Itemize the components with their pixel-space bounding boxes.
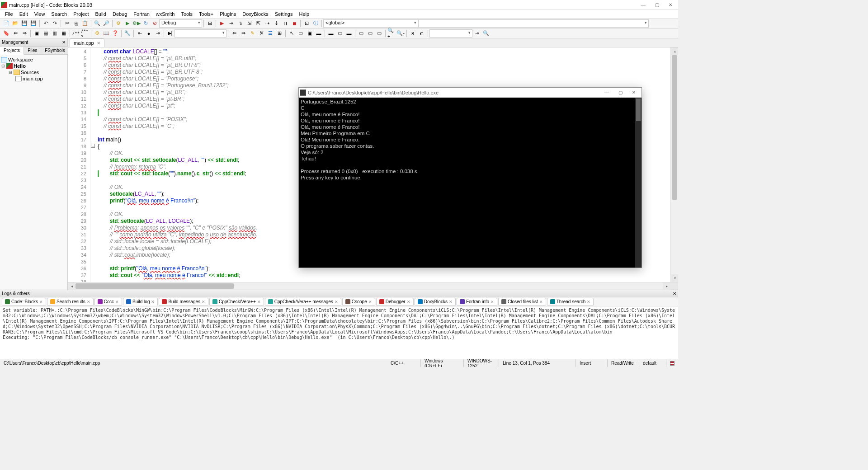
abort-icon[interactable]: ⊘	[151, 19, 159, 28]
jump-back-icon[interactable]: ⇤	[136, 29, 144, 38]
new-file-icon[interactable]: 📄	[2, 19, 10, 28]
editor-scrollbar-horizontal[interactable]: ◂ ▸	[68, 282, 678, 290]
source-S-icon[interactable]: S	[409, 29, 417, 38]
editor-scrollbar-vertical[interactable]: ▴ ▾	[670, 47, 678, 282]
fold-column[interactable]: -	[90, 47, 96, 282]
log-tab-build-log[interactable]: Build log✕	[123, 298, 158, 306]
console-minimize-button[interactable]: —	[600, 89, 613, 97]
debug-windows-icon[interactable]: ⊡	[302, 19, 311, 28]
rebuild-icon[interactable]: ↻	[142, 19, 150, 28]
log-tab-close-icon[interactable]: ✕	[39, 300, 43, 304]
sel-line-icon[interactable]: ▬	[315, 29, 323, 38]
menu-doxyblocks[interactable]: DoxyBlocks	[239, 10, 271, 18]
doxy-config-icon[interactable]: 🔧	[123, 29, 132, 38]
log-tab-fortran-info[interactable]: Fortran info✕	[457, 298, 497, 306]
menu-project[interactable]: Project	[70, 10, 92, 18]
log-tab-close-icon[interactable]: ✕	[202, 300, 205, 304]
hl-prev-icon[interactable]: ⇐	[230, 29, 238, 38]
jump-here-icon[interactable]: ●	[145, 29, 153, 38]
debug-run-icon[interactable]: ▶	[218, 19, 226, 28]
build-target-combo[interactable]: Debug	[159, 19, 202, 28]
menu-tools+[interactable]: Tools+	[196, 10, 217, 18]
mgmt-tab-files[interactable]: Files	[24, 47, 41, 54]
hl-options-icon[interactable]: ⊞	[275, 29, 283, 38]
next-instr-icon[interactable]: ⇢	[263, 19, 271, 28]
log-tab-close-icon[interactable]: ✕	[491, 300, 494, 304]
console-close-button[interactable]: ✕	[627, 89, 641, 97]
fortran-help-icon[interactable]: 🔍	[482, 29, 490, 38]
log-tab-close-icon[interactable]: ✕	[151, 300, 155, 304]
inc-search-combo[interactable]	[175, 29, 226, 38]
copy-icon[interactable]: ⎘	[72, 19, 80, 28]
log-tab-cccc[interactable]: Cccc✕	[94, 298, 122, 306]
menu-file[interactable]: File	[2, 10, 16, 18]
log-tab-close-icon[interactable]: ✕	[115, 300, 119, 304]
log-tab-close-icon[interactable]: ✕	[407, 300, 410, 304]
find-icon[interactable]: 🔍	[93, 19, 101, 28]
tree-workspace[interactable]: Workspace	[1, 56, 66, 63]
mgmt-tab-projects[interactable]: Projects	[0, 47, 24, 55]
log-tab-debugger[interactable]: Debugger✕	[376, 298, 414, 306]
next-line-icon[interactable]: ↴	[236, 19, 244, 28]
log-tab-thread-search[interactable]: Thread search✕	[547, 298, 594, 306]
source-C-icon[interactable]: C	[418, 29, 426, 38]
log-tab-closed-files-list[interactable]: Closed files list✕	[498, 298, 546, 306]
hl-settings-icon[interactable]: ☰	[266, 29, 274, 38]
logs-close-icon[interactable]: ✕	[673, 291, 676, 296]
undo-icon[interactable]: ↶	[42, 19, 50, 28]
sel-toggle-icon[interactable]: ▣	[306, 29, 314, 38]
script-icon-2[interactable]: ▤	[42, 29, 50, 38]
log-tab-close-icon[interactable]: ✕	[368, 300, 372, 304]
step-into-icon[interactable]: ⇲	[245, 19, 253, 28]
menu-tools[interactable]: Tools	[178, 10, 196, 18]
symbol-combo[interactable]	[418, 19, 649, 28]
doxy-run-icon[interactable]: ⚙	[93, 29, 101, 38]
run-to-cursor-icon[interactable]: ⇥	[227, 19, 235, 28]
menu-help[interactable]: Help	[296, 10, 312, 18]
fmt-2-icon[interactable]: ▭	[336, 29, 344, 38]
console-scrollbar[interactable]	[635, 98, 642, 268]
menu-settings[interactable]: Settings	[272, 10, 296, 18]
lang-flag-icon[interactable]	[670, 361, 675, 366]
log-tab-cppcheck-vera-[interactable]: CppCheck/Vera++✕	[209, 298, 264, 306]
management-close-icon[interactable]: ✕	[62, 40, 66, 45]
editor-tab-main[interactable]: main.cpp ✕	[70, 38, 104, 47]
build-icon[interactable]: ⚙	[114, 19, 123, 28]
redo-icon[interactable]: ↷	[51, 19, 59, 28]
run-icon[interactable]: ▶	[123, 19, 132, 28]
next-bookmark-icon[interactable]: ⇒	[20, 29, 28, 38]
break-icon[interactable]: ⏸	[281, 19, 289, 28]
prev-bookmark-icon[interactable]: ⇐	[11, 29, 19, 38]
log-tab-doxyblocks[interactable]: DoxyBlocks✕	[415, 298, 456, 306]
window-maximize-button[interactable]: ▢	[650, 1, 664, 9]
project-tree[interactable]: Workspace ⊟ Hello ⊟ Sources main.cpp	[0, 55, 67, 84]
doxy-html-icon[interactable]: 📖	[102, 29, 110, 38]
window-minimize-button[interactable]: —	[637, 1, 650, 9]
menu-build[interactable]: Build	[92, 10, 109, 18]
menu-view[interactable]: View	[31, 10, 48, 18]
jump-fwd-icon[interactable]: ⇥	[154, 29, 162, 38]
sel-block-icon[interactable]: ▭	[297, 29, 305, 38]
log-tab-close-icon[interactable]: ✕	[87, 300, 90, 304]
fortran-jump-icon[interactable]: ⇥	[473, 29, 481, 38]
log-tab-close-icon[interactable]: ✕	[257, 300, 261, 304]
paste-icon[interactable]: 📋	[81, 19, 89, 28]
log-tab-code-blocks[interactable]: Code::Blocks✕	[2, 298, 46, 306]
console-output[interactable]: Portuguese_Brazil.1252 C Olá, meu nome é…	[299, 98, 642, 268]
console-window[interactable]: C:\Users\Franco\Desktop\cb\cpp\Hello\bin…	[298, 87, 642, 268]
menu-search[interactable]: Search	[48, 10, 70, 18]
menu-debug[interactable]: Debug	[109, 10, 130, 18]
fmt-4-icon[interactable]: ▭	[357, 29, 365, 38]
replace-icon[interactable]: 🔎	[102, 19, 110, 28]
fmt-5-icon[interactable]: ▭	[366, 29, 374, 38]
fmt-3-icon[interactable]: ▬	[345, 29, 353, 38]
log-tab-build-messages[interactable]: Build messages✕	[159, 298, 208, 306]
show-targets-icon[interactable]: ⊞	[206, 19, 214, 28]
step-instr-icon[interactable]: ⇣	[272, 19, 280, 28]
menu-wxsmith[interactable]: wxSmith	[153, 10, 178, 18]
info-icon[interactable]: ⓘ	[311, 19, 320, 28]
log-tab-close-icon[interactable]: ✕	[335, 300, 338, 304]
doxy-chm-icon[interactable]: ❓	[111, 29, 119, 38]
tree-file-main[interactable]: main.cpp	[1, 75, 66, 82]
menu-edit[interactable]: Edit	[16, 10, 31, 18]
